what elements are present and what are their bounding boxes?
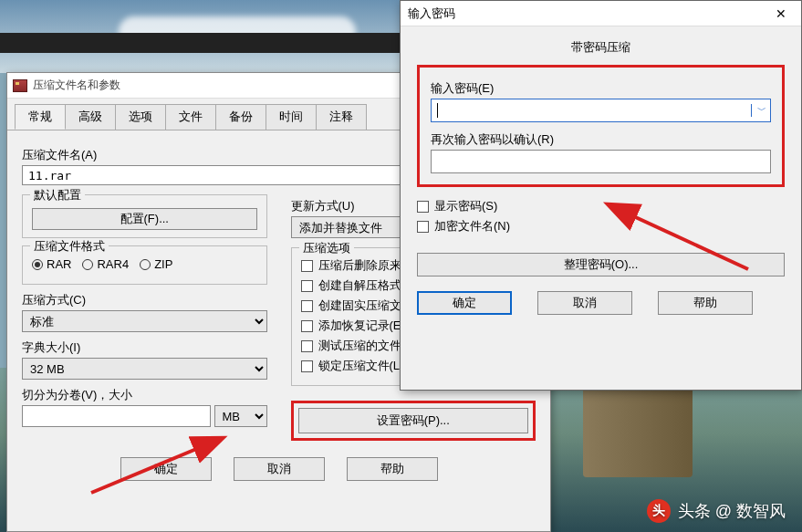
- format-zip[interactable]: ZIP: [140, 257, 172, 271]
- tab-advanced[interactable]: 高级: [65, 104, 116, 130]
- close-icon[interactable]: ✕: [768, 5, 794, 23]
- password-dialog-subtitle: 带密码压缩: [401, 26, 801, 65]
- password-confirm-label: 再次输入密码以确认(R): [431, 131, 771, 148]
- split-unit-select[interactable]: MB: [214, 405, 267, 427]
- dlg1-ok-button[interactable]: 确定: [120, 457, 212, 481]
- watermark-text: 头条 @ 数智风: [678, 500, 786, 522]
- winrar-icon: [13, 79, 27, 92]
- password-fields-highlight: 输入密码(E) ﹀ 再次输入密码以确认(R): [417, 65, 785, 187]
- tab-general[interactable]: 常规: [15, 104, 66, 130]
- chevron-down-icon[interactable]: ﹀: [751, 104, 766, 117]
- method-select[interactable]: 标准: [22, 310, 267, 332]
- password-confirm-input[interactable]: [431, 150, 771, 173]
- format-rar[interactable]: RAR: [32, 257, 71, 271]
- tab-backup[interactable]: 备份: [215, 104, 266, 130]
- profile-button[interactable]: 配置(F)...: [32, 208, 257, 230]
- desktop-taskbar: [0, 33, 400, 53]
- watermark-icon: 头: [647, 499, 671, 523]
- show-password-checkbox[interactable]: 显示密码(S): [417, 196, 785, 216]
- organize-passwords-button[interactable]: 整理密码(O)...: [417, 253, 785, 276]
- dlg2-help-button[interactable]: 帮助: [658, 291, 753, 315]
- password-dialog-titlebar[interactable]: 输入密码 ✕: [401, 1, 801, 26]
- password-input[interactable]: ﹀: [431, 99, 771, 122]
- watermark: 头 头条 @ 数智风: [647, 499, 786, 523]
- dlg1-help-button[interactable]: 帮助: [347, 457, 438, 481]
- method-label: 压缩方式(C): [22, 292, 267, 308]
- tab-time[interactable]: 时间: [266, 104, 317, 130]
- split-label: 切分为分卷(V)，大小: [22, 387, 267, 403]
- dict-select[interactable]: 32 MB: [22, 358, 267, 380]
- tab-comment[interactable]: 注释: [316, 104, 367, 130]
- tab-options[interactable]: 选项: [115, 104, 166, 130]
- set-password-button[interactable]: 设置密码(P)...: [298, 408, 529, 433]
- password-dialog-title: 输入密码: [408, 5, 455, 22]
- dlg2-cancel-button[interactable]: 取消: [537, 291, 632, 315]
- compress-opts-label: 压缩选项: [299, 240, 354, 256]
- dict-label: 字典大小(I): [22, 339, 267, 356]
- dlg2-ok-button[interactable]: 确定: [417, 291, 512, 315]
- password-dialog: 输入密码 ✕ 带密码压缩 输入密码(E) ﹀ 再次输入密码以确认(R) 显示密码…: [400, 0, 802, 391]
- tab-files[interactable]: 文件: [165, 104, 216, 130]
- split-size-input[interactable]: [22, 405, 211, 427]
- dlg1-cancel-button[interactable]: 取消: [234, 457, 325, 481]
- format-rar4[interactable]: RAR4: [82, 257, 129, 271]
- password-label: 输入密码(E): [431, 80, 771, 97]
- archive-dialog-title: 压缩文件名和参数: [33, 78, 120, 93]
- profile-group-label: 默认配置: [30, 187, 85, 203]
- format-group-label: 压缩文件格式: [30, 238, 109, 255]
- set-password-highlight: 设置密码(P)...: [291, 401, 536, 441]
- encrypt-filenames-checkbox[interactable]: 加密文件名(N): [417, 216, 785, 236]
